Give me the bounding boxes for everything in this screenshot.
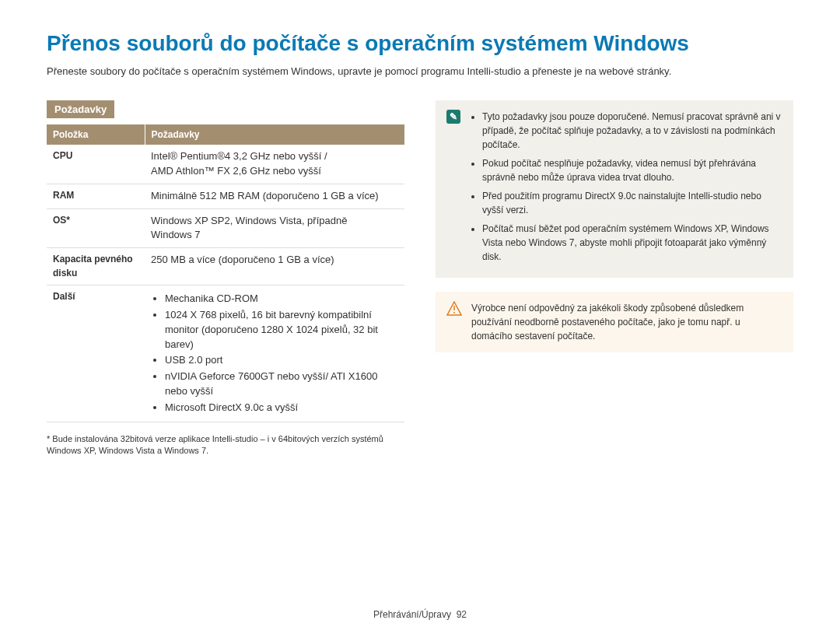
list-item: Počítač musí běžet pod operačním systéme… bbox=[482, 222, 782, 264]
list-item: 1024 X 768 pixelů, 16 bit barevný kompat… bbox=[165, 308, 398, 352]
table-header-requirement: Požadavky bbox=[145, 124, 404, 145]
list-item: USB 2.0 port bbox=[165, 353, 398, 368]
cell-label: Další bbox=[47, 285, 145, 422]
table-header-item: Položka bbox=[47, 124, 145, 145]
warning-text: Výrobce není odpovědný za jakékoli škody… bbox=[471, 301, 782, 343]
cell-value: Mechanika CD-ROM 1024 X 768 pixelů, 16 b… bbox=[145, 285, 404, 422]
intro-paragraph: Přeneste soubory do počítače s operačním… bbox=[47, 65, 793, 77]
list-item: Tyto požadavky jsou pouze doporučené. Ne… bbox=[482, 110, 782, 152]
footnote: * Bude instalována 32bitová verze aplika… bbox=[47, 433, 404, 457]
cell-value: Intel® Pentium®4 3,2 GHz nebo vyšší / AM… bbox=[145, 145, 404, 184]
info-note-box: ✎ Tyto požadavky jsou pouze doporučené. … bbox=[436, 100, 793, 278]
content-columns: Požadavky Položka Požadavky CPU Intel® P… bbox=[47, 100, 793, 457]
svg-point-2 bbox=[453, 312, 455, 313]
page-title: Přenos souborů do počítače s operačním s… bbox=[47, 31, 793, 56]
footer-section: Přehrávání/Úpravy bbox=[373, 609, 451, 620]
info-note-list: Tyto požadavky jsou pouze doporučené. Ne… bbox=[470, 110, 782, 268]
document-page: Přenos souborů do počítače s operačním s… bbox=[0, 0, 840, 634]
list-item: nVIDIA Geforce 7600GT nebo vyšší/ ATI X1… bbox=[165, 370, 398, 399]
cell-value: Minimálně 512 MB RAM (doporučeno 1 GB a … bbox=[145, 184, 404, 208]
table-row: OS* Windows XP SP2, Windows Vista, přípa… bbox=[47, 208, 404, 248]
cell-label: CPU bbox=[47, 145, 145, 184]
list-item: Před použitím programu DirectX 9.0c nain… bbox=[482, 189, 782, 217]
left-column: Požadavky Položka Požadavky CPU Intel® P… bbox=[47, 100, 404, 457]
list-item: Mechanika CD-ROM bbox=[165, 292, 398, 306]
section-title-requirements: Požadavky bbox=[47, 100, 114, 118]
list-item: Pokud počítač nesplňuje požadavky, videa… bbox=[482, 156, 782, 184]
info-icon: ✎ bbox=[446, 110, 460, 268]
list-item: Microsoft DirectX 9.0c a vyšší bbox=[165, 401, 398, 415]
right-column: ✎ Tyto požadavky jsou pouze doporučené. … bbox=[436, 100, 793, 457]
table-row: Kapacita pevného disku 250 MB a více (do… bbox=[47, 248, 404, 285]
cell-value: 250 MB a více (doporučeno 1 GB a více) bbox=[145, 248, 404, 285]
warning-icon bbox=[446, 301, 462, 343]
page-footer: Přehrávání/Úpravy 92 bbox=[0, 609, 840, 620]
table-row: CPU Intel® Pentium®4 3,2 GHz nebo vyšší … bbox=[47, 145, 404, 184]
cell-label: RAM bbox=[47, 184, 145, 208]
requirements-table: Položka Požadavky CPU Intel® Pentium®4 3… bbox=[47, 124, 404, 422]
cell-label: OS* bbox=[47, 208, 145, 248]
cell-value: Windows XP SP2, Windows Vista, případně … bbox=[145, 208, 404, 248]
cell-label: Kapacita pevného disku bbox=[47, 248, 145, 285]
table-row: Další Mechanika CD-ROM 1024 X 768 pixelů… bbox=[47, 285, 404, 422]
table-row: RAM Minimálně 512 MB RAM (doporučeno 1 G… bbox=[47, 184, 404, 208]
footer-page-number: 92 bbox=[457, 609, 467, 620]
warning-note-box: Výrobce není odpovědný za jakékoli škody… bbox=[436, 292, 793, 352]
